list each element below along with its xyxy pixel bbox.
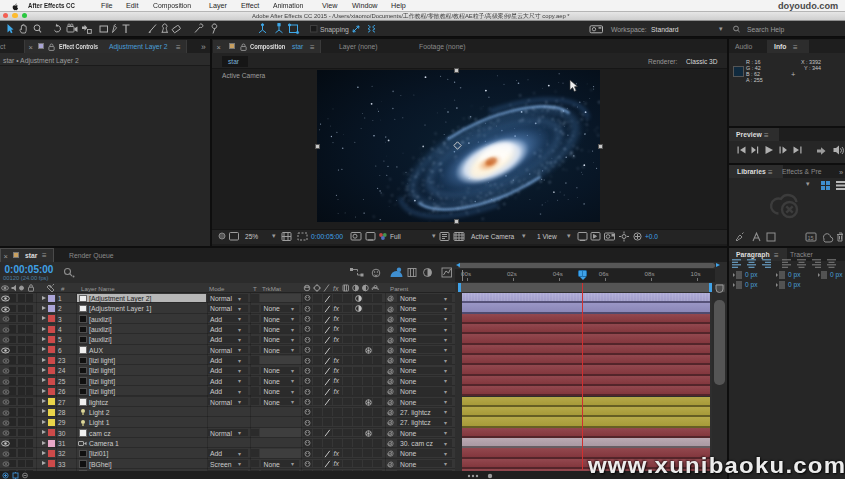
svg-text:15: 15 [808, 235, 814, 241]
svg-text:fx: fx [333, 285, 339, 292]
